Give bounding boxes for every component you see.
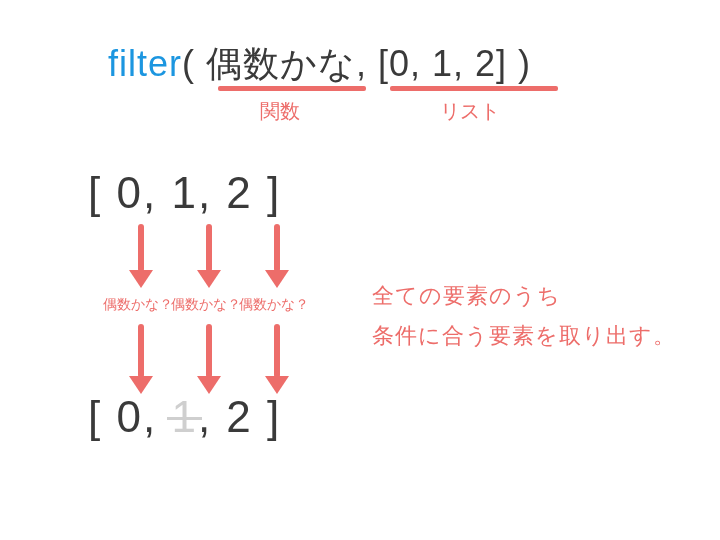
input-value-2: 2	[226, 168, 252, 217]
explanation-line-2: 条件に合う要素を取り出す。	[372, 316, 676, 356]
comma: ,	[356, 43, 378, 84]
output-value-0: 0	[116, 392, 142, 441]
arrow-down-icon	[138, 324, 144, 378]
output-list: [ 0, 1, 2 ]	[88, 392, 281, 442]
label-function: 関数	[260, 98, 300, 125]
input-value-0: 0	[116, 168, 142, 217]
arrow-down-icon	[274, 324, 280, 378]
predicate-question-2: 偶数かな？	[234, 296, 314, 314]
arrow-down-icon	[206, 324, 212, 378]
function-name: filter	[108, 43, 182, 84]
underline-function-arg	[218, 86, 366, 91]
label-list: リスト	[440, 98, 500, 125]
bracket-open: [	[88, 392, 116, 441]
function-signature: filter( 偶数かな, [0, 1, 2] )	[108, 40, 531, 89]
bracket-close: ]	[253, 168, 281, 217]
input-value-1: 1	[171, 168, 197, 217]
bracket-close: ]	[253, 392, 281, 441]
arrow-down-icon	[274, 224, 280, 272]
paren-open: (	[182, 43, 206, 84]
arg-function: 偶数かな	[206, 43, 356, 84]
input-list: [ 0, 1, 2 ]	[88, 168, 281, 218]
arrow-down-icon	[206, 224, 212, 272]
bracket-open: [	[88, 168, 116, 217]
arrow-down-icon	[138, 224, 144, 272]
paren-close: )	[507, 43, 531, 84]
explanation-line-1: 全ての要素のうち	[372, 276, 676, 316]
output-value-1-filtered: 1	[171, 392, 197, 441]
explanation-text: 全ての要素のうち 条件に合う要素を取り出す。	[372, 276, 676, 355]
diagram-stage: filter( 偶数かな, [0, 1, 2] ) 関数 リスト [ 0, 1,…	[0, 0, 720, 540]
output-value-2: 2	[226, 392, 252, 441]
underline-list-arg	[390, 86, 558, 91]
arg-list: [0, 1, 2]	[378, 43, 507, 84]
